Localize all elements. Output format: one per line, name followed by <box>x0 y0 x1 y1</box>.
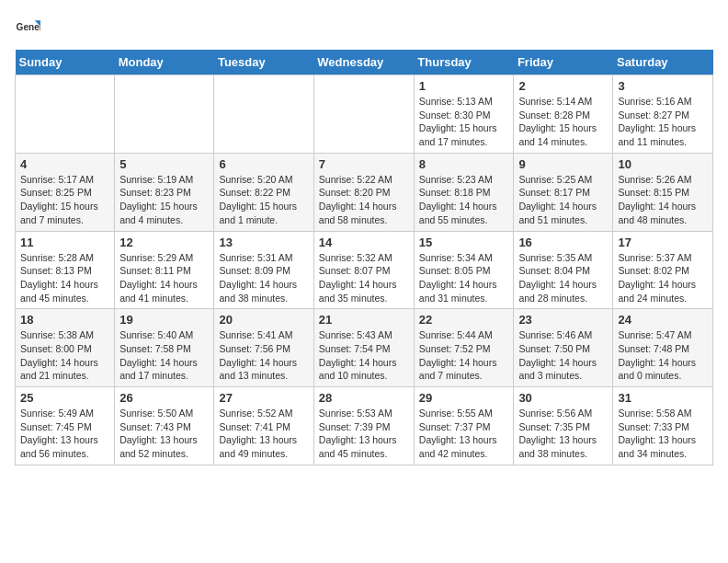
column-header-monday: Monday <box>115 50 214 75</box>
day-number: 11 <box>20 236 109 249</box>
day-number: 17 <box>618 236 708 249</box>
day-info: Sunrise: 5:56 AMSunset: 7:35 PMDaylight:… <box>518 407 608 461</box>
day-info: Sunrise: 5:41 AMSunset: 7:56 PMDaylight:… <box>219 328 308 383</box>
day-number: 28 <box>319 391 409 405</box>
day-number: 26 <box>119 391 209 405</box>
calendar-week-row: 1Sunrise: 5:13 AMSunset: 8:30 PMDaylight… <box>16 75 713 154</box>
calendar-cell: 14Sunrise: 5:32 AMSunset: 8:07 PMDayligh… <box>313 231 414 309</box>
day-info: Sunrise: 5:55 AMSunset: 7:37 PMDaylight:… <box>419 407 509 461</box>
day-info: Sunrise: 5:31 AMSunset: 8:09 PMDaylight:… <box>219 251 308 305</box>
day-info: Sunrise: 5:58 AMSunset: 7:33 PMDaylight:… <box>618 407 708 461</box>
calendar-cell: 30Sunrise: 5:56 AMSunset: 7:35 PMDayligh… <box>514 387 613 465</box>
day-number: 4 <box>20 157 109 171</box>
calendar-cell: 10Sunrise: 5:26 AMSunset: 8:15 PMDayligh… <box>613 153 713 231</box>
day-info: Sunrise: 5:34 AMSunset: 8:05 PMDaylight:… <box>419 251 509 305</box>
day-info: Sunrise: 5:13 AMSunset: 8:30 PMDaylight:… <box>419 95 509 149</box>
calendar-cell: 15Sunrise: 5:34 AMSunset: 8:05 PMDayligh… <box>414 231 514 309</box>
day-info: Sunrise: 5:28 AMSunset: 8:13 PMDaylight:… <box>20 251 109 305</box>
calendar-cell: 11Sunrise: 5:28 AMSunset: 8:13 PMDayligh… <box>16 231 115 309</box>
day-number: 21 <box>319 313 409 327</box>
day-info: Sunrise: 5:26 AMSunset: 8:15 PMDaylight:… <box>618 173 708 227</box>
svg-text:General: General <box>17 22 40 32</box>
day-info: Sunrise: 5:16 AMSunset: 8:27 PMDaylight:… <box>618 95 708 149</box>
day-info: Sunrise: 5:44 AMSunset: 7:52 PMDaylight:… <box>419 328 509 383</box>
day-number: 20 <box>219 313 308 327</box>
calendar-cell: 21Sunrise: 5:43 AMSunset: 7:54 PMDayligh… <box>313 309 414 387</box>
calendar-cell: 9Sunrise: 5:25 AMSunset: 8:17 PMDaylight… <box>514 153 613 231</box>
calendar-cell: 24Sunrise: 5:47 AMSunset: 7:48 PMDayligh… <box>613 309 713 387</box>
day-number: 16 <box>518 236 608 249</box>
calendar-cell <box>214 75 313 154</box>
day-info: Sunrise: 5:53 AMSunset: 7:39 PMDaylight:… <box>319 407 409 461</box>
calendar-cell: 12Sunrise: 5:29 AMSunset: 8:11 PMDayligh… <box>115 231 214 309</box>
calendar-cell: 4Sunrise: 5:17 AMSunset: 8:25 PMDaylight… <box>16 153 115 231</box>
calendar-week-row: 18Sunrise: 5:38 AMSunset: 8:00 PMDayligh… <box>16 309 713 387</box>
calendar-cell: 2Sunrise: 5:14 AMSunset: 8:28 PMDaylight… <box>514 75 613 154</box>
day-number: 5 <box>119 157 209 171</box>
day-number: 18 <box>20 313 109 327</box>
day-info: Sunrise: 5:49 AMSunset: 7:45 PMDaylight:… <box>20 407 109 461</box>
calendar-cell: 3Sunrise: 5:16 AMSunset: 8:27 PMDaylight… <box>613 75 713 154</box>
day-info: Sunrise: 5:52 AMSunset: 7:41 PMDaylight:… <box>219 407 308 461</box>
calendar-cell: 31Sunrise: 5:58 AMSunset: 7:33 PMDayligh… <box>613 387 713 465</box>
calendar-cell: 19Sunrise: 5:40 AMSunset: 7:58 PMDayligh… <box>115 309 214 387</box>
day-info: Sunrise: 5:32 AMSunset: 8:07 PMDaylight:… <box>319 251 409 305</box>
day-number: 12 <box>119 236 209 249</box>
column-header-thursday: Thursday <box>414 50 514 75</box>
calendar-week-row: 11Sunrise: 5:28 AMSunset: 8:13 PMDayligh… <box>16 231 713 309</box>
day-number: 3 <box>618 79 708 93</box>
calendar-cell: 8Sunrise: 5:23 AMSunset: 8:18 PMDaylight… <box>414 153 514 231</box>
day-number: 24 <box>618 313 708 327</box>
day-info: Sunrise: 5:38 AMSunset: 8:00 PMDaylight:… <box>20 328 109 383</box>
day-number: 29 <box>419 391 509 405</box>
day-info: Sunrise: 5:40 AMSunset: 7:58 PMDaylight:… <box>119 328 209 383</box>
day-number: 8 <box>419 157 509 171</box>
day-info: Sunrise: 5:37 AMSunset: 8:02 PMDaylight:… <box>618 251 708 305</box>
day-number: 2 <box>518 79 608 93</box>
column-header-saturday: Saturday <box>613 50 713 75</box>
day-info: Sunrise: 5:46 AMSunset: 7:50 PMDaylight:… <box>518 328 608 383</box>
calendar-header-row: SundayMondayTuesdayWednesdayThursdayFrid… <box>16 50 713 75</box>
calendar-cell: 27Sunrise: 5:52 AMSunset: 7:41 PMDayligh… <box>214 387 313 465</box>
column-header-wednesday: Wednesday <box>313 50 414 75</box>
calendar-cell: 7Sunrise: 5:22 AMSunset: 8:20 PMDaylight… <box>313 153 414 231</box>
column-header-friday: Friday <box>514 50 613 75</box>
calendar-body: 1Sunrise: 5:13 AMSunset: 8:30 PMDaylight… <box>16 75 713 465</box>
calendar-cell: 13Sunrise: 5:31 AMSunset: 8:09 PMDayligh… <box>214 231 313 309</box>
page-header: General <box>15 15 713 40</box>
day-number: 23 <box>518 313 608 327</box>
calendar-cell: 26Sunrise: 5:50 AMSunset: 7:43 PMDayligh… <box>115 387 214 465</box>
day-number: 14 <box>319 236 409 249</box>
logo-icon: General <box>15 15 40 40</box>
day-info: Sunrise: 5:19 AMSunset: 8:23 PMDaylight:… <box>119 173 209 227</box>
day-info: Sunrise: 5:17 AMSunset: 8:25 PMDaylight:… <box>20 173 109 227</box>
calendar-week-row: 4Sunrise: 5:17 AMSunset: 8:25 PMDaylight… <box>16 153 713 231</box>
day-number: 7 <box>319 157 409 171</box>
calendar-cell: 25Sunrise: 5:49 AMSunset: 7:45 PMDayligh… <box>16 387 115 465</box>
calendar-cell <box>16 75 115 154</box>
day-info: Sunrise: 5:35 AMSunset: 8:04 PMDaylight:… <box>518 251 608 305</box>
column-header-sunday: Sunday <box>16 50 115 75</box>
day-number: 27 <box>219 391 308 405</box>
day-number: 13 <box>219 236 308 249</box>
calendar-cell: 1Sunrise: 5:13 AMSunset: 8:30 PMDaylight… <box>414 75 514 154</box>
day-number: 31 <box>618 391 708 405</box>
day-info: Sunrise: 5:20 AMSunset: 8:22 PMDaylight:… <box>219 173 308 227</box>
day-number: 15 <box>419 236 509 249</box>
logo: General <box>15 15 44 40</box>
calendar-cell: 22Sunrise: 5:44 AMSunset: 7:52 PMDayligh… <box>414 309 514 387</box>
calendar-cell <box>313 75 414 154</box>
calendar-cell: 5Sunrise: 5:19 AMSunset: 8:23 PMDaylight… <box>115 153 214 231</box>
day-info: Sunrise: 5:14 AMSunset: 8:28 PMDaylight:… <box>518 95 608 149</box>
calendar-cell: 28Sunrise: 5:53 AMSunset: 7:39 PMDayligh… <box>313 387 414 465</box>
day-info: Sunrise: 5:29 AMSunset: 8:11 PMDaylight:… <box>119 251 209 305</box>
day-number: 30 <box>518 391 608 405</box>
day-info: Sunrise: 5:22 AMSunset: 8:20 PMDaylight:… <box>319 173 409 227</box>
calendar-cell <box>115 75 214 154</box>
calendar-cell: 16Sunrise: 5:35 AMSunset: 8:04 PMDayligh… <box>514 231 613 309</box>
calendar-cell: 18Sunrise: 5:38 AMSunset: 8:00 PMDayligh… <box>16 309 115 387</box>
day-number: 19 <box>119 313 209 327</box>
calendar-cell: 20Sunrise: 5:41 AMSunset: 7:56 PMDayligh… <box>214 309 313 387</box>
day-number: 9 <box>518 157 608 171</box>
calendar-cell: 6Sunrise: 5:20 AMSunset: 8:22 PMDaylight… <box>214 153 313 231</box>
